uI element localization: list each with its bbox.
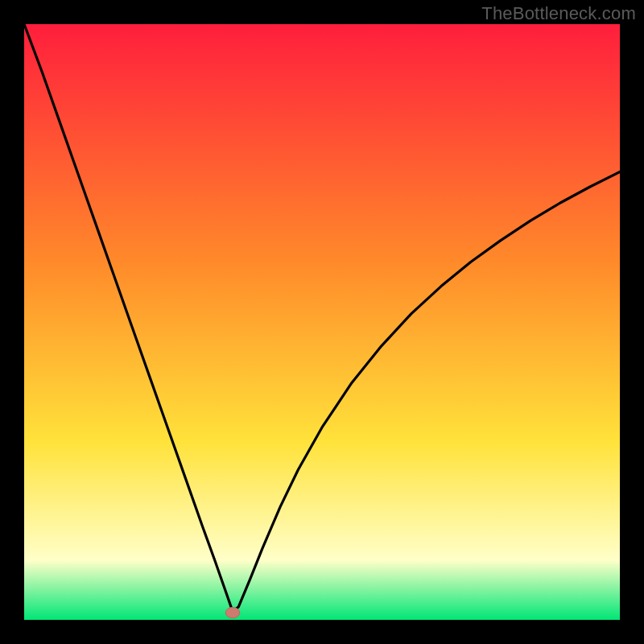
chart-frame: TheBottleneck.com [0,0,644,644]
watermark-text: TheBottleneck.com [481,3,636,24]
plot-background [24,24,620,620]
bottleneck-chart [24,24,620,620]
optimal-point-marker [225,607,240,617]
